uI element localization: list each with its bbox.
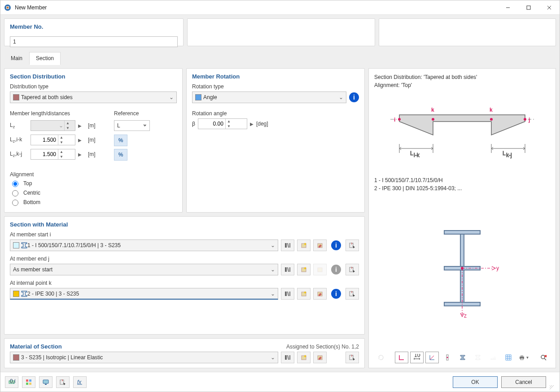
reference-select[interactable]: L: [114, 120, 150, 131]
new-button[interactable]: [297, 288, 311, 300]
lzik-input[interactable]: ▲▼: [31, 135, 75, 145]
lzkj-input[interactable]: ▲▼: [31, 149, 75, 160]
member-no-input[interactable]: [10, 36, 178, 47]
triangle-right-icon[interactable]: ▶: [78, 152, 85, 157]
toolbar-grid-icon[interactable]: [502, 352, 515, 363]
swm-internal-select[interactable]: 2 - IPE 300 | 3 - S235 ⌄: [10, 288, 278, 300]
pick-button[interactable]: [346, 288, 359, 300]
svg-rect-58: [521, 358, 523, 360]
new-button[interactable]: [297, 240, 311, 251]
footer-formula-icon[interactable]: fx: [73, 376, 87, 388]
lz-label: Lz: [10, 122, 28, 129]
resize-grip[interactable]: [550, 385, 555, 391]
toolbar-shear-center-icon[interactable]: [441, 352, 454, 363]
svg-point-21: [432, 118, 434, 121]
svg-rect-65: [26, 379, 28, 382]
svg-point-23: [524, 118, 526, 121]
window-title: New Member: [15, 4, 498, 11]
library-button[interactable]: [281, 288, 294, 300]
swm-start-label: At member start i: [10, 231, 359, 238]
spinner-up-icon[interactable]: ▲: [226, 119, 232, 124]
svg-text:k: k: [431, 107, 434, 113]
spinner-down-icon: ▼: [65, 126, 71, 131]
svg-rect-2: [7, 7, 9, 9]
distribution-type-value: Tapered at both sides: [21, 94, 73, 100]
pick-button[interactable]: [346, 352, 359, 363]
chevron-down-icon: ▼: [526, 356, 529, 360]
tab-section[interactable]: Section: [29, 52, 61, 65]
align-bottom-radio[interactable]: Bottom: [10, 198, 177, 206]
spinner-down-icon[interactable]: ▼: [58, 140, 65, 145]
tab-main[interactable]: Main: [4, 52, 29, 65]
member-no-panel: Member No.: [4, 18, 184, 46]
info-button[interactable]: i: [329, 288, 343, 300]
toolbar-values-icon: [486, 352, 500, 363]
triangle-right-icon: ▶: [78, 123, 85, 128]
spinner-down-icon[interactable]: ▼: [58, 154, 65, 159]
swm-start-select[interactable]: 1 - I 500/150/7.1/10.7/15/0/H | 3 - S235…: [10, 240, 278, 251]
spinner-up-icon[interactable]: ▲: [58, 149, 65, 154]
info-button[interactable]: i: [349, 92, 359, 102]
toolbar-reset-zoom-icon[interactable]: [537, 352, 550, 363]
toolbar-dimensions-icon[interactable]: 100: [410, 352, 424, 363]
svg-rect-15: [350, 292, 353, 296]
toolbar-principal-axes-icon[interactable]: [425, 352, 439, 363]
align-centric-radio[interactable]: Centric: [10, 189, 177, 196]
pick-button[interactable]: [346, 240, 359, 251]
info-button[interactable]: i: [329, 240, 343, 251]
alignment-label: Alignment: [10, 171, 177, 178]
swm-end-value: As member start: [13, 266, 52, 273]
percent-toggle-lzik[interactable]: %: [114, 135, 127, 146]
dialog-footer: 0,00 fx OK Cancel: [0, 372, 560, 392]
distribution-type-label: Distribution type: [10, 83, 177, 90]
spinner-up-icon[interactable]: ▲: [58, 135, 65, 140]
library-button[interactable]: [281, 352, 294, 363]
close-button[interactable]: [539, 0, 560, 14]
library-button[interactable]: [281, 264, 294, 275]
svg-text:100: 100: [414, 354, 420, 358]
footer-pick-icon[interactable]: [56, 376, 70, 388]
new-button[interactable]: [297, 352, 311, 363]
distribution-type-select[interactable]: Tapered at both sides ⌄: [10, 91, 177, 103]
material-value: 3 - S235 | Isotropic | Linear Elastic: [21, 354, 103, 361]
swm-end-label: At member end j: [10, 256, 359, 262]
rotation-type-select[interactable]: Angle ⌄: [192, 91, 346, 103]
material-title: Material of Section: [10, 343, 62, 350]
new-button[interactable]: [297, 264, 311, 275]
triangle-right-icon[interactable]: ▶: [78, 138, 85, 143]
toolbar-solid-icon[interactable]: [456, 352, 469, 363]
i-beam-icon: [21, 291, 27, 297]
svg-text:k-j: k-j: [506, 152, 512, 158]
ok-button[interactable]: OK: [453, 376, 498, 388]
swm-end-select[interactable]: As member start ⌄: [10, 264, 278, 275]
edit-button[interactable]: [313, 240, 327, 251]
material-select[interactable]: 3 - S235 | Isotropic | Linear Elastic ⌄: [10, 352, 278, 363]
align-top-radio[interactable]: Top: [10, 179, 177, 187]
preview-section-2: 2 - IPE 300 | DIN 1025-5:1994-03; ...: [374, 184, 550, 192]
rotation-angle-input[interactable]: ▲▼: [198, 118, 247, 129]
edit-button[interactable]: [313, 352, 327, 363]
pick-button[interactable]: [346, 264, 359, 275]
cancel-button[interactable]: Cancel: [501, 376, 546, 388]
svg-rect-66: [29, 379, 31, 382]
footer-colors-icon[interactable]: [22, 376, 35, 388]
minimize-button[interactable]: [498, 0, 518, 14]
edit-button[interactable]: [313, 288, 327, 300]
footer-display-icon[interactable]: [39, 376, 52, 388]
footer-units-icon[interactable]: 0,00: [5, 376, 18, 388]
library-button[interactable]: [281, 240, 294, 251]
toolbar-axes-icon[interactable]: [395, 352, 408, 363]
triangle-right-icon[interactable]: ▶: [250, 122, 254, 126]
percent-toggle-lzkj[interactable]: %: [114, 149, 127, 161]
svg-rect-18: [350, 355, 353, 360]
svg-rect-71: [60, 380, 64, 384]
titlebar: New Member: [0, 0, 560, 15]
align-centric-label: Centric: [23, 190, 40, 196]
maximize-button[interactable]: [518, 0, 539, 14]
swm-internal-value: 2 - IPE 300 | 3 - S235: [27, 291, 79, 297]
toolbar-print-icon[interactable]: ▼: [517, 352, 530, 363]
svg-rect-9: [350, 243, 353, 248]
spinner-down-icon[interactable]: ▼: [226, 124, 232, 129]
align-bottom-label: Bottom: [23, 199, 40, 205]
svg-point-51: [447, 357, 448, 358]
